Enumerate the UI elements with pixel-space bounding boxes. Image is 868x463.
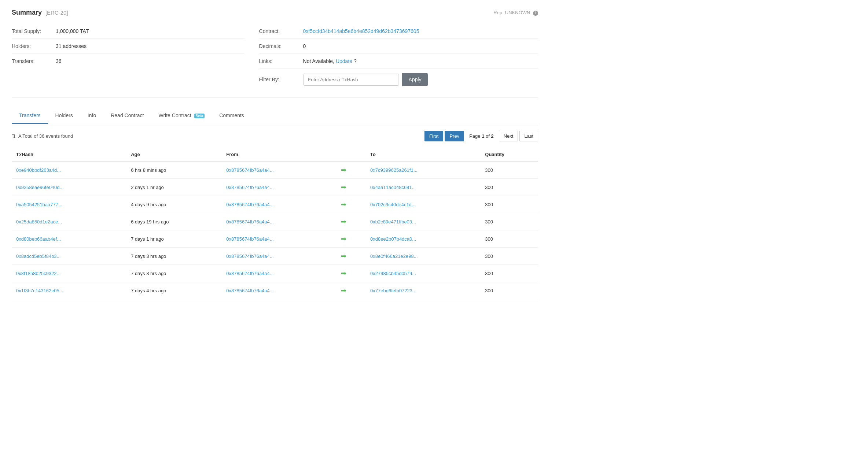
table-row: 0x25da850d1e2ace... 6 days 19 hrs ago 0x… (12, 213, 538, 230)
cell-arrow: ➡ (336, 179, 366, 196)
from-link[interactable]: 0x8785674fb76a4a4... (226, 288, 273, 293)
cell-from: 0x8785674fb76a4a4... (222, 196, 336, 213)
table-header-row: TxHash Age From To Quantity (12, 148, 538, 161)
cell-age: 7 days 1 hr ago (126, 230, 222, 248)
cell-from: 0x8785674fb76a4a4... (222, 213, 336, 230)
table-row: 0xa5054251baa777... 4 days 9 hrs ago 0x8… (12, 196, 538, 213)
links-not-available: Not Available, (303, 58, 334, 64)
cell-to: 0x7c9399625a261f1... (366, 161, 481, 179)
next-button[interactable]: Next (499, 131, 518, 141)
filter-input[interactable] (303, 74, 398, 86)
cell-arrow: ➡ (336, 213, 366, 230)
last-button[interactable]: Last (519, 131, 538, 141)
holders-label: Holders: (12, 43, 56, 49)
cell-arrow: ➡ (336, 161, 366, 179)
tab-holders[interactable]: Holders (48, 108, 80, 124)
cell-txhash: 0xd80beb66aab4ef... (12, 230, 126, 248)
cell-quantity: 300 (481, 248, 538, 265)
holders-row: Holders: 31 addresses (12, 39, 244, 54)
contract-link[interactable]: 0xf5ccfd34b414ab5e6b4e852d49d62b34736976… (303, 28, 419, 34)
txhash-link[interactable]: 0x25da850d1e2ace... (16, 219, 62, 225)
first-button[interactable]: First (424, 131, 443, 141)
cell-txhash: 0x8adcd5eb5f84b3... (12, 248, 126, 265)
cell-age: 7 days 3 hrs ago (126, 248, 222, 265)
beta-badge: Beta (194, 114, 205, 118)
txhash-link[interactable]: 0x9358eae96fe040d... (16, 185, 63, 190)
cell-from: 0x8785674fb76a4a4... (222, 230, 336, 248)
cell-from: 0x8785674fb76a4a4... (222, 161, 336, 179)
total-supply-row: Total Supply: 1,000,000 TAT (12, 24, 244, 39)
arrow-right-icon: ➡ (341, 252, 346, 260)
cell-arrow: ➡ (336, 196, 366, 213)
total-supply-label: Total Supply: (12, 28, 56, 34)
table-row: 0x8f1858b25c9322... 7 days 3 hrs ago 0x8… (12, 265, 538, 282)
cell-txhash: 0x1f3b7c143162e05... (12, 282, 126, 299)
from-link[interactable]: 0x8785674fb76a4a4... (226, 219, 273, 225)
to-link[interactable]: 0x4aa11ac048c691... (370, 185, 416, 190)
tab-info[interactable]: Info (80, 108, 103, 124)
links-update[interactable]: Update (336, 58, 352, 64)
cell-from: 0x8785674fb76a4a4... (222, 265, 336, 282)
to-link[interactable]: 0x27985cb45d0579... (370, 271, 416, 276)
info-icon: i (533, 11, 538, 16)
contract-row: Contract: 0xf5ccfd34b414ab5e6b4e852d49d6… (259, 24, 538, 39)
tab-read-contract[interactable]: Read Contract (103, 108, 151, 124)
arrow-right-icon: ➡ (341, 269, 346, 277)
links-row: Links: Not Available, Update ? (259, 54, 538, 69)
summary-right: Contract: 0xf5ccfd34b414ab5e6b4e852d49d6… (259, 24, 538, 90)
prev-button[interactable]: Prev (445, 131, 464, 141)
txhash-link[interactable]: 0x8adcd5eb5f84b3... (16, 253, 60, 259)
col-to: To (366, 148, 481, 161)
filter-input-group: Apply (303, 73, 428, 86)
from-link[interactable]: 0x8785674fb76a4a4... (226, 236, 273, 242)
apply-button[interactable]: Apply (402, 73, 428, 86)
arrow-right-icon: ➡ (341, 183, 346, 191)
to-link[interactable]: 0xb2c89e471ffbe03... (370, 219, 416, 225)
cell-quantity: 300 (481, 179, 538, 196)
tab-transfers[interactable]: Transfers (12, 108, 48, 124)
tab-comments[interactable]: Comments (212, 108, 251, 124)
cell-age: 7 days 4 hrs ago (126, 282, 222, 299)
cell-quantity: 300 (481, 230, 538, 248)
to-link[interactable]: 0x702c9c40de4c1d... (370, 202, 416, 207)
from-link[interactable]: 0x8785674fb76a4a4... (226, 253, 273, 259)
events-count: ⇅ A Total of 36 events found (12, 133, 73, 139)
filter-row: Filter By: Apply (259, 69, 538, 90)
tabs-bar: Transfers Holders Info Read Contract Wri… (12, 108, 538, 124)
cell-txhash: 0xa5054251baa777... (12, 196, 126, 213)
cell-arrow: ➡ (336, 248, 366, 265)
transfers-label: Transfers: (12, 58, 56, 64)
col-age: Age (126, 148, 222, 161)
cell-age: 4 days 9 hrs ago (126, 196, 222, 213)
arrow-right-icon: ➡ (341, 218, 346, 226)
summary-body: Total Supply: 1,000,000 TAT Holders: 31 … (12, 24, 538, 98)
to-link[interactable]: 0xd8ee2b07b4dca0... (370, 236, 416, 242)
rep-info: Rep UNKNOWN i (493, 10, 538, 16)
to-link[interactable]: 0x77ebd6fefb07223... (370, 288, 416, 293)
col-from: From (222, 148, 336, 161)
txhash-link[interactable]: 0xe940bbdf263a4d... (16, 167, 61, 173)
filter-label: Filter By: (259, 77, 303, 82)
to-link[interactable]: 0x7c9399625a261f1... (370, 167, 418, 173)
decimals-label: Decimals: (259, 43, 303, 49)
transfers-table: TxHash Age From To Quantity 0xe940bbdf26… (12, 148, 538, 299)
txhash-link[interactable]: 0xa5054251baa777... (16, 202, 62, 207)
tab-write-contract[interactable]: Write Contract Beta (151, 108, 212, 124)
decimals-row: Decimals: 0 (259, 39, 538, 54)
txhash-link[interactable]: 0x1f3b7c143162e05... (16, 288, 63, 293)
txhash-link[interactable]: 0xd80beb66aab4ef... (16, 236, 61, 242)
txhash-link[interactable]: 0x8f1858b25c9322... (16, 271, 60, 276)
from-link[interactable]: 0x8785674fb76a4a4... (226, 185, 273, 190)
from-link[interactable]: 0x8785674fb76a4a4... (226, 271, 273, 276)
table-row: 0xe940bbdf263a4d... 6 hrs 8 mins ago 0x8… (12, 161, 538, 179)
page-info: Page 1 of 2 (466, 131, 497, 141)
cell-to: 0x4aa11ac048c691... (366, 179, 481, 196)
cell-txhash: 0x25da850d1e2ace... (12, 213, 126, 230)
from-link[interactable]: 0x8785674fb76a4a4... (226, 167, 273, 173)
from-link[interactable]: 0x8785674fb76a4a4... (226, 202, 273, 207)
cell-to: 0x27985cb45d0579... (366, 265, 481, 282)
arrow-right-icon: ➡ (341, 200, 346, 208)
to-link[interactable]: 0x8e0f466a21e2e98... (370, 253, 418, 259)
cell-quantity: 300 (481, 265, 538, 282)
cell-age: 2 days 1 hr ago (126, 179, 222, 196)
